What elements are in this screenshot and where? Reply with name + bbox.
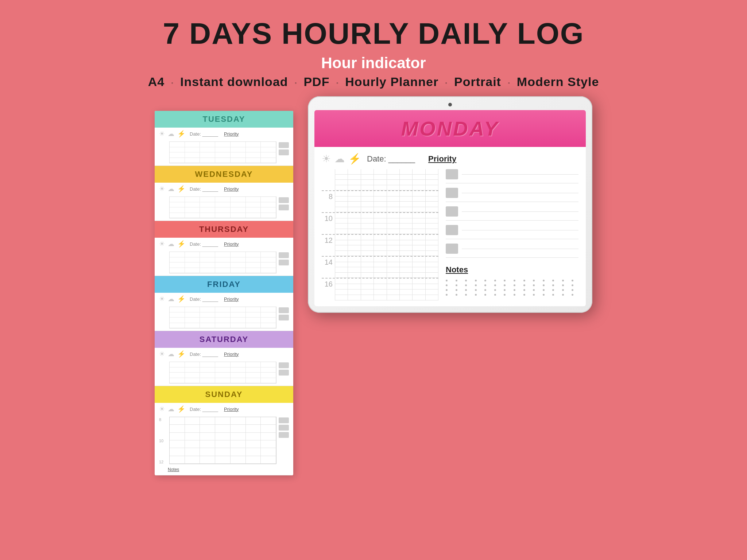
cell	[335, 245, 348, 251]
lightning-icon: ⚡	[177, 350, 185, 358]
priority-box	[279, 370, 289, 376]
subtitle: Hour indicator	[0, 54, 747, 72]
cell	[170, 202, 185, 208]
cell	[246, 448, 261, 456]
cell	[215, 433, 231, 440]
cell	[348, 289, 361, 295]
tablet-screen: MONDAY ☀ ☁ ⚡ Date: ______ Priority	[314, 110, 586, 306]
cell	[246, 318, 261, 323]
hour-row-10: 10	[322, 213, 438, 235]
cell	[426, 295, 438, 300]
priority-box	[279, 307, 289, 313]
cell	[400, 251, 413, 256]
thursday-meta: ☀ ☁ ⚡ Date: ______ Priority	[155, 238, 293, 250]
cell	[170, 147, 185, 153]
priority-item-4	[446, 225, 578, 239]
dot	[523, 284, 525, 286]
cell	[400, 213, 413, 218]
cell	[426, 289, 438, 295]
cell	[200, 207, 215, 213]
cell	[387, 295, 400, 300]
tuesday-priority: Priority	[224, 131, 239, 137]
cell	[170, 417, 185, 425]
dot	[552, 280, 554, 281]
cell	[231, 448, 246, 456]
dot	[533, 289, 535, 291]
lightning-icon: ⚡	[348, 153, 361, 165]
hour-row-empty	[322, 169, 438, 191]
cell	[261, 417, 276, 425]
cell	[261, 312, 276, 318]
friday-section: FRIDAY ☀ ☁ ⚡ Date: ______ Priority	[155, 276, 293, 331]
cell	[387, 197, 400, 202]
cell	[400, 289, 413, 295]
cell	[170, 368, 185, 373]
cell	[361, 289, 374, 295]
cell	[246, 152, 261, 158]
cell	[348, 169, 361, 175]
cell	[348, 175, 361, 180]
cell	[200, 197, 215, 202]
cell	[361, 229, 374, 234]
cell	[361, 284, 374, 289]
cell	[335, 207, 348, 213]
cell	[215, 257, 231, 263]
dot	[456, 289, 457, 291]
priority-section	[446, 169, 578, 258]
cell	[374, 218, 387, 224]
notes-section: Notes	[446, 265, 578, 296]
cell	[215, 417, 231, 425]
cell	[426, 202, 438, 207]
dot	[494, 280, 496, 281]
cell	[387, 191, 400, 197]
cell	[400, 202, 413, 207]
cell	[413, 202, 425, 207]
priority-line	[462, 249, 578, 249]
cell	[361, 197, 374, 202]
cell	[246, 373, 261, 378]
cell	[374, 197, 387, 202]
cell	[200, 318, 215, 323]
sunday-priority: Priority	[224, 407, 239, 412]
weather-icons: ☀ ☁ ⚡	[322, 153, 361, 165]
cell	[361, 273, 374, 278]
cell	[426, 218, 438, 224]
cell	[426, 191, 438, 197]
saturday-date: Date: ______	[190, 351, 218, 357]
cell	[361, 240, 374, 246]
hour-12: 12	[159, 460, 167, 464]
dot	[494, 284, 496, 286]
dot	[543, 280, 545, 281]
cell	[185, 440, 200, 448]
cell	[246, 268, 261, 273]
cell	[246, 456, 261, 464]
cell	[215, 323, 231, 328]
cell	[185, 362, 200, 368]
cell	[348, 262, 361, 268]
cell	[413, 218, 425, 224]
dot	[572, 289, 573, 291]
cell	[387, 235, 400, 240]
cell	[185, 368, 200, 373]
tablet-outer: MONDAY ☀ ☁ ⚡ Date: ______ Priority	[308, 96, 592, 313]
cell	[200, 456, 215, 464]
cell	[361, 185, 374, 191]
cell	[400, 175, 413, 180]
cell	[200, 323, 215, 328]
cell	[335, 175, 348, 180]
cell	[246, 307, 261, 312]
cloud-icon: ☁	[168, 350, 174, 358]
tuesday-date: Date: ______	[190, 131, 218, 137]
cell	[361, 267, 374, 273]
wednesday-hour-grid	[169, 197, 276, 218]
cell	[215, 318, 231, 323]
cell	[335, 169, 348, 175]
priority-box	[279, 362, 289, 368]
thursday-header: THURSDAY	[155, 221, 293, 238]
priority-box-2	[446, 188, 458, 198]
dot1: ◦	[171, 80, 174, 86]
cell	[387, 218, 400, 224]
cell	[374, 279, 387, 284]
cell	[400, 267, 413, 273]
cell	[361, 257, 374, 262]
